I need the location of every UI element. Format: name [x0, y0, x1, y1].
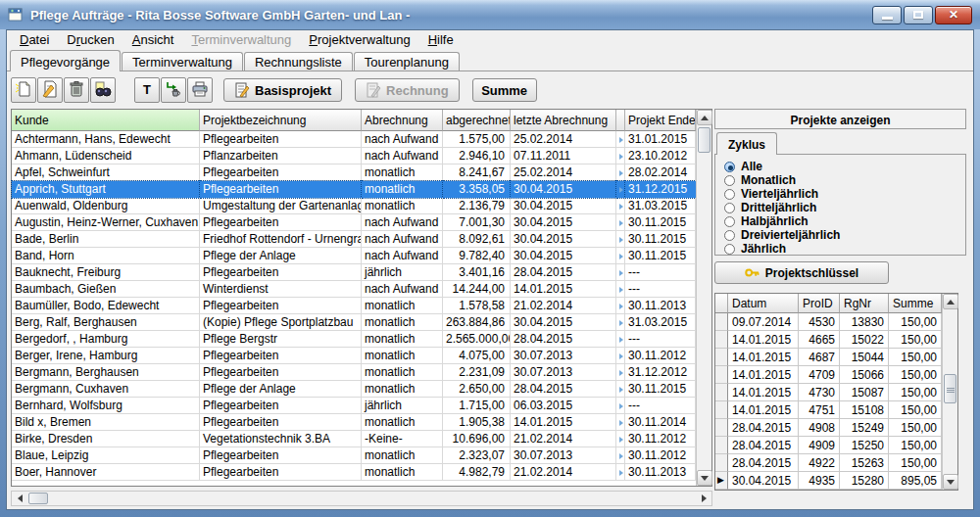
- cell[interactable]: Umgestaltung der Gartenanlage: [200, 198, 362, 214]
- cell[interactable]: 30.04.2015: [511, 181, 616, 198]
- cell[interactable]: 4709: [799, 366, 840, 384]
- cell[interactable]: Friedhof Rottendorf - Urnengrab: [200, 231, 362, 248]
- cell[interactable]: 30.11.2013: [625, 464, 696, 481]
- cell[interactable]: 21.02.2014: [511, 298, 616, 314]
- flag-cell[interactable]: [616, 248, 625, 264]
- cell[interactable]: Birke, Dresden: [12, 431, 200, 447]
- menu-hilfe[interactable]: Hilfe: [419, 31, 463, 49]
- radio-halbjährlich[interactable]: Halbjährlich: [724, 214, 965, 228]
- flag-cell[interactable]: [616, 464, 625, 481]
- cell[interactable]: 28.04.2015: [728, 419, 799, 437]
- scroll-left-button[interactable]: [12, 491, 27, 506]
- row-selector[interactable]: [715, 401, 728, 419]
- cell[interactable]: 15066: [840, 366, 889, 384]
- flag-cell[interactable]: [616, 214, 625, 231]
- column-header-letzte-abrechnung[interactable]: letzte Abrechnung: [511, 110, 616, 131]
- invoice-row[interactable]: 28.04.2015490815249150,00: [715, 419, 957, 437]
- row-selector[interactable]: [715, 331, 728, 349]
- cell[interactable]: 150,00: [889, 454, 942, 472]
- cell[interactable]: nach Aufwand: [362, 231, 443, 248]
- cell[interactable]: Augustin, Heinz-Werner, Cuxhaven: [12, 214, 200, 231]
- cell[interactable]: 13830: [840, 313, 889, 331]
- cell[interactable]: 15263: [840, 454, 889, 472]
- flag-cell[interactable]: [616, 381, 625, 398]
- cell[interactable]: 4922: [799, 454, 840, 472]
- cell[interactable]: 30.11.2012: [625, 348, 696, 364]
- cell[interactable]: 30.07.2013: [511, 364, 616, 381]
- cell[interactable]: nach Aufwand: [362, 281, 443, 298]
- row-selector[interactable]: [715, 366, 728, 384]
- cell[interactable]: Bergmann, Cuxhaven: [12, 381, 200, 398]
- cell[interactable]: Vegetationstechnik 3.BA: [200, 431, 362, 447]
- table-row-auenwald-oldenburg[interactable]: Auenwald, OldenburgUmgestaltung der Gart…: [12, 198, 711, 214]
- invoice-row[interactable]: ▶30.04.2015493515280895,05: [715, 472, 957, 490]
- table-row-baumbach-gießen[interactable]: Baumbach, GießenWinterdienstnach Aufwand…: [12, 281, 711, 298]
- flag-cell[interactable]: [616, 131, 625, 148]
- cell[interactable]: Bernhard, Wolfsburg: [12, 398, 200, 414]
- cell[interactable]: 28.04.2015: [511, 331, 616, 348]
- invoice-row[interactable]: 14.01.2015473015087150,00: [715, 384, 957, 401]
- summe-button[interactable]: Summe: [472, 78, 537, 102]
- cell[interactable]: Pflegearbeiten: [200, 214, 362, 231]
- cell[interactable]: 1.905,38: [443, 414, 511, 431]
- cell[interactable]: 30.07.2013: [511, 348, 616, 364]
- cell[interactable]: 30.04.2015: [511, 248, 616, 264]
- cell[interactable]: 23.10.2012: [625, 148, 696, 164]
- cell[interactable]: 1.715,00: [443, 398, 511, 414]
- scroll-up-button[interactable]: [697, 110, 712, 125]
- tab-tourenplanung[interactable]: Tourenplanung: [354, 52, 460, 70]
- flag-cell[interactable]: [616, 398, 625, 414]
- radio-alle[interactable]: Alle: [724, 160, 965, 173]
- cell[interactable]: Baumbach, Gießen: [12, 281, 200, 298]
- cell[interactable]: 30.11.2015: [625, 248, 696, 264]
- radio-dritteljährlich[interactable]: Dritteljährlich: [724, 201, 965, 214]
- cell[interactable]: 4908: [799, 419, 840, 437]
- cell[interactable]: 30.04.2015: [728, 472, 799, 490]
- maximize-button[interactable]: [904, 6, 933, 24]
- menu-drucken[interactable]: Drucken: [58, 31, 122, 49]
- cell[interactable]: 28.04.2015: [511, 264, 616, 281]
- cell[interactable]: 25.02.2014: [511, 131, 616, 148]
- edit-button[interactable]: [37, 77, 63, 103]
- cell[interactable]: 3.401,16: [443, 264, 511, 281]
- cell[interactable]: Achtermann, Hans, Edewecht: [12, 131, 200, 148]
- cell[interactable]: monatlich: [362, 414, 443, 431]
- cell[interactable]: 150,00: [889, 366, 942, 384]
- cell[interactable]: Apfel, Schweinfurt: [12, 164, 200, 181]
- cell[interactable]: monatlich: [362, 298, 443, 314]
- cell[interactable]: 8.241,67: [443, 164, 511, 181]
- cell[interactable]: 28.04.2015: [511, 381, 616, 398]
- cell[interactable]: 31.03.2015: [625, 314, 696, 331]
- cell[interactable]: 15044: [840, 349, 889, 366]
- column-header-kunde[interactable]: Kunde: [12, 110, 200, 131]
- cell[interactable]: monatlich: [362, 348, 443, 364]
- cell[interactable]: 14.01.2015: [728, 331, 799, 349]
- pflege-table-vertical-scrollbar[interactable]: [696, 110, 711, 486]
- cell[interactable]: Pflegearbeiten: [200, 464, 362, 481]
- close-button[interactable]: ✕: [935, 6, 972, 24]
- cell[interactable]: Pflegearbeiten: [200, 348, 362, 364]
- cell[interactable]: 2.946,10: [443, 148, 511, 164]
- cell[interactable]: 30.11.2012: [625, 431, 696, 447]
- column-header-summe[interactable]: Summe: [889, 294, 942, 313]
- cell[interactable]: monatlich: [362, 181, 443, 198]
- invoice-row[interactable]: 14.01.2015470915066150,00: [715, 366, 957, 384]
- cell[interactable]: 09.07.2014: [728, 313, 799, 331]
- cell[interactable]: monatlich: [362, 164, 443, 181]
- cell[interactable]: Pflegearbeiten: [200, 181, 362, 198]
- cell[interactable]: Bauknecht, Freiburg: [12, 264, 200, 281]
- cell[interactable]: 14.01.2015: [728, 401, 799, 419]
- pflege-table-horizontal-scrollbar[interactable]: [11, 491, 712, 506]
- scroll-down-button[interactable]: [943, 474, 958, 490]
- table-row-bauknecht-freiburg[interactable]: Bauknecht, FreiburgPflegearbeitenjährlic…: [12, 264, 711, 281]
- cell[interactable]: ---: [625, 264, 696, 281]
- invoice-row[interactable]: 09.07.2014453013830150,00: [715, 313, 957, 331]
- table-row-bernhard-wolfsburg[interactable]: Bernhard, WolfsburgPflegearbeitenjährlic…: [12, 398, 711, 414]
- cell[interactable]: 31.03.2015: [625, 198, 696, 214]
- column-header-abrechnung[interactable]: Abrechnung: [362, 110, 443, 131]
- cell[interactable]: 2.231,09: [443, 364, 511, 381]
- table-row-band-horn[interactable]: Band, HornPflege der Anlagenach Aufwand9…: [12, 248, 711, 264]
- cell[interactable]: Pflegearbeiten: [200, 264, 362, 281]
- cell[interactable]: 150,00: [889, 384, 942, 401]
- cell[interactable]: nach Aufwand: [362, 248, 443, 264]
